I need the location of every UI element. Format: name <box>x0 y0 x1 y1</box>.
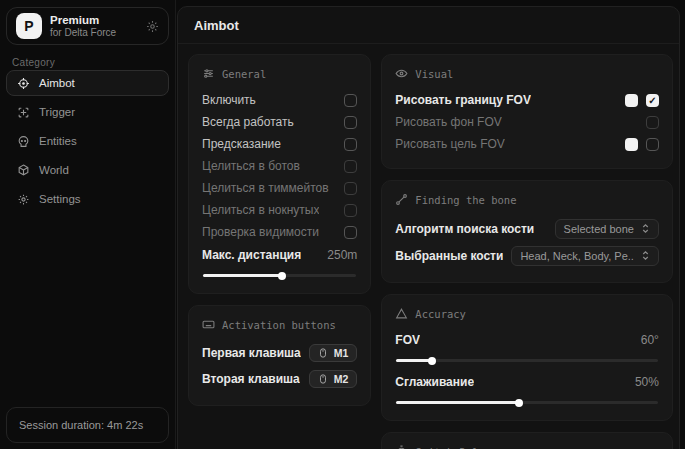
selected-option: Selected bone <box>564 223 634 235</box>
sidebar: P Premium for Delta Force Category <box>0 0 176 449</box>
setting-label: Алгоритм поиска кости <box>395 222 534 236</box>
fov-border-controls <box>625 94 659 107</box>
sidebar-item-world[interactable]: World <box>6 157 169 183</box>
chevron-up-down-icon <box>641 223 650 234</box>
fov-target-checkbox[interactable] <box>646 138 659 151</box>
eye-icon <box>395 67 408 80</box>
sidebar-item-label: Trigger <box>39 106 75 118</box>
keybind-value: M2 <box>334 373 349 385</box>
setting-label: Выбранные кости <box>395 249 503 263</box>
content-area: General Включить Всегда работать Предска… <box>178 44 679 449</box>
setting-row-enable: Включить <box>202 89 357 111</box>
setting-label: Целиться в ботов <box>202 159 300 173</box>
page-title: Aimbot <box>178 7 679 44</box>
fov-target-controls <box>625 138 659 151</box>
setting-label: Всегда работать <box>202 115 294 129</box>
smoothing-setting: Сглаживание 50% <box>395 371 659 404</box>
card-title: Visual <box>415 68 453 80</box>
visibility-check-checkbox[interactable] <box>344 226 357 239</box>
sliders-icon <box>202 67 215 80</box>
bone-algorithm-select[interactable]: Selected bone <box>555 219 659 239</box>
sidebar-item-entities[interactable]: Entities <box>6 128 169 154</box>
smoothing-slider[interactable] <box>396 401 658 404</box>
fov-background-row: Рисовать фон FOV <box>395 111 659 133</box>
target-knocked-checkbox[interactable] <box>344 204 357 217</box>
setting-label: Рисовать границу FOV <box>395 93 531 107</box>
entity-skull-icon <box>17 135 30 148</box>
session-duration-text: Session duration: 4m 22s <box>19 419 143 431</box>
fov-border-row: Рисовать границу FOV <box>395 89 659 111</box>
card-title: Finding the bone <box>415 194 516 206</box>
mouse-icon <box>318 347 328 359</box>
max-distance-slider[interactable] <box>203 274 356 277</box>
setting-label: Проверка видимости <box>202 225 319 239</box>
right-column: Visual Рисовать границу FOV Рисовать фон… <box>381 54 673 449</box>
smoothing-labels: Сглаживание 50% <box>395 371 659 393</box>
fov-background-checkbox[interactable] <box>646 116 659 129</box>
app-title: Premium <box>50 14 116 27</box>
setting-row-always-work: Всегда работать <box>202 111 357 133</box>
setting-label: Целиться в нокнутых <box>202 203 319 217</box>
setting-label: Рисовать фон FOV <box>395 115 501 129</box>
target-bots-checkbox[interactable] <box>344 160 357 173</box>
fov-target-row: Рисовать цель FOV <box>395 133 659 155</box>
accuracy-card-header: Accuracy <box>395 307 659 320</box>
second-key-row: Вторая клавиша M2 <box>202 366 357 392</box>
general-card-header: General <box>202 67 357 80</box>
sidebar-item-trigger[interactable]: Trigger <box>6 99 169 125</box>
slider-thumb[interactable] <box>428 357 436 365</box>
sidebar-item-settings[interactable]: Settings <box>6 186 169 212</box>
setting-row-target-teammates: Целиться в тиммейтов <box>202 177 357 199</box>
setting-label: Рисовать цель FOV <box>395 137 505 151</box>
always-work-checkbox[interactable] <box>344 116 357 129</box>
card-title: Accuracy <box>415 308 466 320</box>
sidebar-item-aimbot[interactable]: Aimbot <box>6 70 169 96</box>
sidebar-item-label: Aimbot <box>39 77 75 89</box>
app-subtitle: for Delta Force <box>50 27 116 39</box>
first-keybind-button[interactable]: M1 <box>309 344 358 362</box>
app-title-block: Premium for Delta Force <box>50 14 116 39</box>
slider-thumb[interactable] <box>278 272 286 280</box>
enable-checkbox[interactable] <box>344 94 357 107</box>
switch-delay-card: Switch Delay Задержка переключения Задер… <box>381 432 673 449</box>
setting-row-visibility-check: Проверка видимости <box>202 221 357 243</box>
keybind-value: M1 <box>334 347 349 359</box>
timer-icon <box>395 445 408 449</box>
main-panel: Aimbot General Включить <box>177 6 680 449</box>
settings-gear-icon <box>17 193 30 206</box>
app-logo: P <box>16 13 42 39</box>
category-label: Category <box>12 57 55 68</box>
first-key-row: Первая клавиша M1 <box>202 340 357 366</box>
fov-slider[interactable] <box>396 359 658 362</box>
setting-label: Включить <box>202 93 256 107</box>
selected-bones-select[interactable]: Head, Neck, Body, Pe.. <box>511 246 659 266</box>
setting-row-target-bots: Целиться в ботов <box>202 155 357 177</box>
sidebar-item-label: Entities <box>39 135 77 147</box>
fov-border-color-swatch[interactable] <box>625 94 638 107</box>
selected-bones-row: Выбранные кости Head, Neck, Body, Pe.. <box>395 242 659 269</box>
general-card: General Включить Всегда работать Предска… <box>188 54 371 294</box>
activation-buttons-card: Activation buttons Первая клавиша M1 Вто… <box>188 305 371 406</box>
max-distance-setting: Макс. дистанция 250m <box>202 244 357 277</box>
card-title: General <box>222 68 266 80</box>
second-keybind-button[interactable]: M2 <box>309 370 358 388</box>
session-duration-box: Session duration: 4m 22s <box>6 407 169 443</box>
slider-fill <box>203 274 280 277</box>
chevron-up-down-icon <box>641 250 650 261</box>
prediction-checkbox[interactable] <box>344 138 357 151</box>
gear-icon[interactable] <box>146 20 159 33</box>
setting-label: Первая клавиша <box>202 346 301 360</box>
sidebar-header: P Premium for Delta Force <box>6 7 169 45</box>
slider-thumb[interactable] <box>515 399 523 407</box>
app-window: P Premium for Delta Force Category <box>0 0 685 449</box>
target-teammates-checkbox[interactable] <box>344 182 357 195</box>
setting-label: Предсказание <box>202 137 281 151</box>
mouse-icon <box>318 373 328 385</box>
setting-label: Макс. дистанция <box>202 248 301 262</box>
setting-label: Целиться в тиммейтов <box>202 181 329 195</box>
fov-target-color-swatch[interactable] <box>625 138 638 151</box>
keyboard-icon <box>202 318 215 331</box>
max-distance-labels: Макс. дистанция 250m <box>202 244 357 266</box>
selected-option: Head, Neck, Body, Pe.. <box>520 250 634 262</box>
fov-border-checkbox[interactable] <box>646 94 659 107</box>
